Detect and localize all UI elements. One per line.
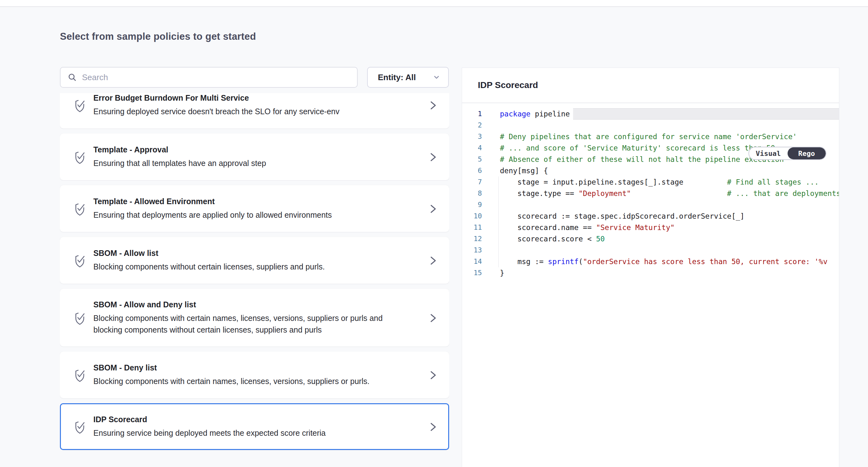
policy-detail-panel: IDP Scorecard 1 package pipeline 2 3 # D… xyxy=(462,67,839,467)
policy-card[interactable]: Template - Allowed Environment Ensuring … xyxy=(60,185,449,232)
policy-title: Error Budget Burndown For Multi Service xyxy=(93,93,390,103)
policy-description: Blocking components with certain names, … xyxy=(93,312,390,336)
code-line: 2 xyxy=(462,120,839,131)
policy-title: SBOM - Allow list xyxy=(93,249,390,258)
policy-title: IDP Scorecard xyxy=(93,415,390,424)
line-content: scorecard.score < 50 xyxy=(498,233,839,244)
search-box[interactable] xyxy=(60,67,358,88)
line-number: 14 xyxy=(462,256,482,267)
policy-card-text: IDP Scorecard Ensuring service being dep… xyxy=(93,415,390,439)
line-number: 7 xyxy=(462,176,482,188)
policy-title: Template - Allowed Environment xyxy=(93,197,390,206)
code-line: 1 package pipeline xyxy=(462,108,839,120)
code-lines: 1 package pipeline 2 3 # Deny pipelines … xyxy=(462,108,839,279)
chevron-down-icon xyxy=(432,73,441,81)
line-content: msg := sprintf("orderService has score l… xyxy=(498,256,839,267)
line-content xyxy=(498,244,839,256)
line-number: 15 xyxy=(462,267,482,279)
policy-card-text: Template - Approval Ensuring that all te… xyxy=(93,145,390,169)
shield-check-icon xyxy=(73,368,86,382)
policy-card[interactable]: IDP Scorecard Ensuring service being dep… xyxy=(60,403,449,450)
policy-description: Ensuring that all templates have an appr… xyxy=(93,157,390,169)
code-line: 13 xyxy=(462,244,839,256)
line-number: 8 xyxy=(462,188,482,199)
code-line: 10 scorecard := stage.spec.idpScorecard.… xyxy=(462,210,839,222)
top-strip xyxy=(0,0,868,7)
line-number: 6 xyxy=(462,165,482,176)
line-content: stage = input.pipeline.stages[_].stage #… xyxy=(498,176,839,188)
line-number: 2 xyxy=(462,120,482,131)
line-content: package pipeline xyxy=(498,108,839,120)
policy-card[interactable]: SBOM - Allow and Deny list Blocking comp… xyxy=(60,289,449,347)
policy-description: Blocking components without certain lice… xyxy=(93,261,390,273)
shield-check-icon xyxy=(73,150,86,165)
editor-mode-toggle: Visual Rego xyxy=(748,147,826,160)
policy-title: SBOM - Deny list xyxy=(93,363,390,372)
chevron-right-icon xyxy=(428,100,438,111)
code-line: 7 stage = input.pipeline.stages[_].stage… xyxy=(462,176,839,188)
policy-card-text: Error Budget Burndown For Multi Service … xyxy=(93,93,390,117)
policy-description: Ensuring service being deployed meets th… xyxy=(93,427,390,439)
line-number: 11 xyxy=(462,222,482,233)
line-number: 12 xyxy=(462,233,482,244)
policy-card[interactable]: SBOM - Deny list Blocking components wit… xyxy=(60,351,449,398)
entity-filter-dropdown[interactable]: Entity: All xyxy=(367,67,449,88)
shield-check-icon xyxy=(73,420,86,434)
entity-filter-label: Entity: All xyxy=(378,72,416,82)
policy-description: Blocking components with certain names, … xyxy=(93,376,390,387)
chevron-right-icon xyxy=(428,203,438,214)
rego-code-editor[interactable]: 1 package pipeline 2 3 # Deny pipelines … xyxy=(462,103,839,466)
shield-check-icon xyxy=(73,311,86,325)
line-content: stage.type == "Deployment" # ... that ar… xyxy=(498,188,839,199)
policy-card[interactable]: Template - Approval Ensuring that all te… xyxy=(60,134,449,180)
chevron-right-icon xyxy=(428,312,438,324)
policy-card[interactable]: Error Budget Burndown For Multi Service … xyxy=(60,93,449,128)
code-line: 8 stage.type == "Deployment" # ... that … xyxy=(462,188,839,199)
policy-card-text: Template - Allowed Environment Ensuring … xyxy=(93,197,390,221)
chevron-right-icon xyxy=(428,370,438,381)
line-content xyxy=(498,120,839,131)
line-number: 1 xyxy=(462,108,482,120)
line-content: deny[msg] { xyxy=(498,165,839,176)
line-number: 4 xyxy=(462,142,482,154)
code-line: 11 scorecard.name == "Service Maturity" xyxy=(462,222,839,233)
policy-title: SBOM - Allow and Deny list xyxy=(93,300,390,309)
code-line: 15 } xyxy=(462,267,839,279)
visual-tab[interactable]: Visual xyxy=(749,147,787,159)
code-line: 6 deny[msg] { xyxy=(462,165,839,176)
shield-check-icon xyxy=(73,253,86,268)
policy-description: Ensuring deployed service doesn't breach… xyxy=(93,106,390,117)
code-line: 3 # Deny pipelines that are configured f… xyxy=(462,131,839,142)
policy-card-text: SBOM - Allow and Deny list Blocking comp… xyxy=(93,300,390,336)
line-content xyxy=(498,199,839,210)
line-number: 5 xyxy=(462,154,482,165)
line-content: } xyxy=(498,267,839,279)
shield-check-icon xyxy=(73,98,86,113)
chevron-right-icon xyxy=(428,151,438,163)
shield-check-icon xyxy=(73,202,86,216)
rego-tab[interactable]: Rego xyxy=(787,147,826,159)
code-line: 12 scorecard.score < 50 xyxy=(462,233,839,244)
policy-card[interactable]: SBOM - Allow list Blocking components wi… xyxy=(60,237,449,284)
line-content: # Deny pipelines that are configured for… xyxy=(498,131,839,142)
line-content: scorecard.name == "Service Maturity" xyxy=(498,222,839,233)
line-number: 3 xyxy=(462,131,482,142)
line-number: 10 xyxy=(462,210,482,222)
line-number: 13 xyxy=(462,244,482,256)
code-line: 9 xyxy=(462,199,839,210)
line-content: scorecard := stage.spec.idpScorecard.ord… xyxy=(498,210,839,222)
policy-list: Error Budget Burndown For Multi Service … xyxy=(60,93,449,467)
search-icon xyxy=(67,72,77,82)
policy-description: Ensuring that deployments are applied on… xyxy=(93,209,390,221)
chevron-right-icon xyxy=(428,421,438,433)
page-title: Select from sample policies to get start… xyxy=(60,31,256,42)
chevron-right-icon xyxy=(428,255,438,266)
search-input[interactable] xyxy=(82,72,350,82)
line-number: 9 xyxy=(462,199,482,210)
policy-card-text: SBOM - Deny list Blocking components wit… xyxy=(93,363,390,387)
code-line: 14 msg := sprintf("orderService has scor… xyxy=(462,256,839,267)
policy-title: Template - Approval xyxy=(93,145,390,154)
policy-card-text: SBOM - Allow list Blocking components wi… xyxy=(93,249,390,273)
panel-title: IDP Scorecard xyxy=(462,68,839,103)
policy-sample-page: Select from sample policies to get start… xyxy=(0,0,868,467)
